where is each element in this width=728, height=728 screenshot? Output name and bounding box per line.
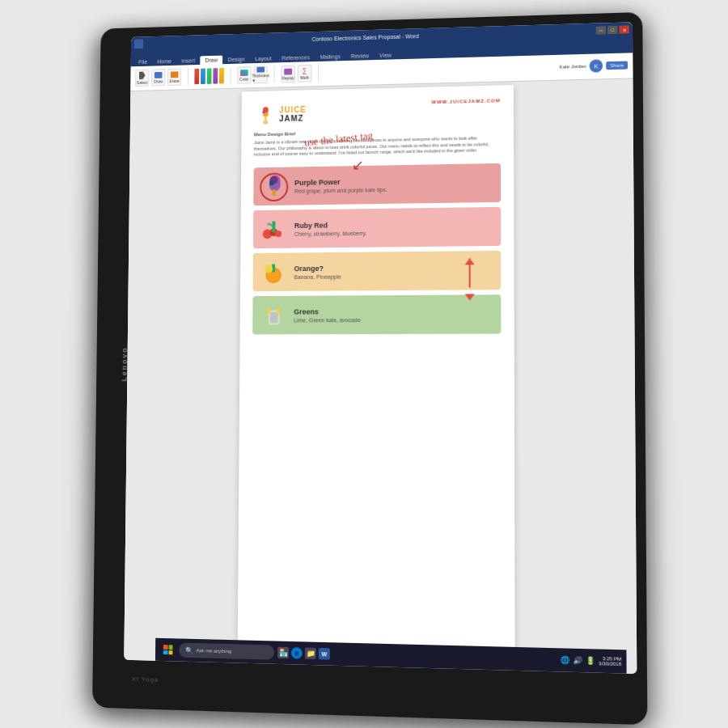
search-bar[interactable]: 🔍 Ask me anything [179, 642, 274, 659]
orange-icon [260, 260, 286, 286]
doc-header: JUICE JAMZ WWW.JUICEJAMZ.COM [254, 98, 501, 125]
logo-icon [254, 104, 276, 126]
svg-rect-8 [273, 189, 276, 196]
close-button[interactable]: ✕ [619, 25, 629, 33]
clock: 3:25 PM 3/30/2018 [599, 656, 621, 667]
menu-item-orange: Orange? Banana, Pineapple [253, 251, 502, 291]
tab-home[interactable]: Home [153, 57, 176, 66]
minimize-button[interactable]: ─ [596, 26, 606, 34]
user-area: Kate Jordan K Share [559, 59, 628, 74]
window-controls: ─ □ ✕ [596, 25, 629, 34]
greens-title: Greens [294, 307, 493, 315]
greens-text: Greens Lime, Green kale, avocado [294, 307, 493, 323]
maximize-button[interactable]: □ [607, 26, 617, 34]
svg-point-4 [263, 121, 269, 124]
purple-power-icon [261, 174, 286, 200]
screen-content: Contoso Electronics Sales Proposal - Wor… [124, 22, 637, 674]
purple-power-text: Purple Power Red grape, plum and purple … [294, 176, 493, 194]
taskbar-right: 🌐 🔊 🔋 3:25 PM 3/30/2018 [561, 655, 621, 667]
ink-replay-btn[interactable]: Replay [281, 66, 295, 83]
taskbar-apps: 🏪 e 📁 W [277, 647, 330, 660]
taskbar-explorer-icon[interactable]: 📁 [305, 647, 316, 659]
body-text: Juice Jamz is a vibrant new drink compan… [254, 135, 501, 159]
start-button[interactable] [160, 641, 176, 658]
search-placeholder: Ask me anything [197, 648, 232, 654]
erase-btn[interactable]: Erase [167, 69, 181, 87]
menu-item-wrapper-orange: Orange? Banana, Pineapple [253, 251, 502, 291]
taskbar-store-icon[interactable]: 🏪 [277, 647, 289, 659]
search-icon: 🔍 [185, 646, 193, 654]
svg-rect-21 [270, 312, 278, 324]
greens-icon [260, 303, 286, 328]
app-icon [134, 39, 143, 49]
tab-view[interactable]: View [375, 50, 396, 60]
tools-group: Select Draw Erase [135, 68, 188, 87]
share-button[interactable]: Share [606, 61, 628, 70]
menu-item-wrapper-red: Ruby Red Cherry, strawberry, blueberry. [253, 207, 501, 248]
windows-logo [163, 645, 173, 654]
orange-title: Orange? [294, 263, 493, 273]
user-avatar: K [590, 60, 603, 73]
battery-icon: 🔋 [586, 657, 595, 666]
draw-btn[interactable]: Draw [151, 69, 165, 87]
greens-desc: Lime, Green kale, avocado [294, 316, 493, 323]
menu-item-wrapper-green: Greens Lime, Green kale, avocado [252, 294, 501, 334]
color-btn[interactable]: Color [237, 66, 252, 84]
tab-draw[interactable]: Draw [201, 55, 222, 64]
logo-jamz: JAMZ [279, 114, 307, 123]
screen-bezel: Contoso Electronics Sales Proposal - Wor… [124, 22, 637, 674]
network-icon: 🌐 [561, 656, 570, 665]
menu-item-ruby-red: Ruby Red Cherry, strawberry, blueberry. [253, 207, 501, 248]
menu-item-purple-power: Purple Power Red grape, plum and purple … [253, 163, 501, 205]
menu-item-wrapper-purple: Purple Power Red grape, plum and purple … [253, 163, 501, 205]
svg-rect-23 [277, 307, 280, 314]
ink-group: Color Thickness ▼ [237, 66, 275, 85]
purple-power-desc: Red grape, plum and purple kale tips. [294, 185, 493, 194]
document-page: JUICE JAMZ WWW.JUICEJAMZ.COM use the lat… [238, 85, 515, 667]
model-label: XI Yoga [132, 675, 159, 684]
logo-juice: JUICE [279, 105, 307, 114]
tab-file[interactable]: File [134, 57, 152, 66]
convert-group: Replay ∑ Math [281, 65, 319, 83]
tab-insert[interactable]: Insert [177, 56, 200, 65]
svg-rect-3 [265, 116, 267, 121]
orange-text: Orange? Banana, Pineapple [294, 263, 493, 280]
orange-desc: Banana, Pineapple [294, 273, 493, 280]
username: Kate Jordan [559, 64, 586, 70]
logo-text: JUICE JAMZ [279, 105, 307, 123]
website-url: WWW.JUICEJAMZ.COM [431, 98, 500, 104]
taskbar-edge-icon[interactable]: e [291, 647, 303, 659]
pens-group [194, 68, 231, 84]
ruby-red-text: Ruby Red Cherry, strawberry, blueberry. [294, 219, 493, 237]
taskbar-word-icon[interactable]: W [319, 648, 330, 660]
ruby-red-icon [261, 216, 286, 242]
math-btn[interactable]: ∑ Math [298, 65, 312, 83]
thickness-btn[interactable]: Thickness ▼ [253, 66, 268, 84]
menu-item-greens: Greens Lime, Green kale, avocado [252, 294, 501, 334]
laptop-device: Lenovo Contoso Electronics Sales Proposa… [92, 12, 647, 725]
document-area: JUICE JAMZ WWW.JUICEJAMZ.COM use the lat… [124, 78, 637, 674]
date: 3/30/2018 [599, 661, 621, 667]
volume-icon: 🔊 [574, 656, 583, 665]
logo-area: JUICE JAMZ [254, 103, 307, 126]
ruby-red-desc: Cherry, strawberry, blueberry. [294, 229, 493, 237]
ruby-red-title: Ruby Red [294, 219, 493, 230]
svg-rect-22 [267, 307, 270, 314]
select-btn[interactable]: Select [135, 70, 149, 87]
svg-rect-12 [272, 222, 275, 233]
menu-list: Purple Power Red grape, plum and purple … [252, 163, 501, 335]
